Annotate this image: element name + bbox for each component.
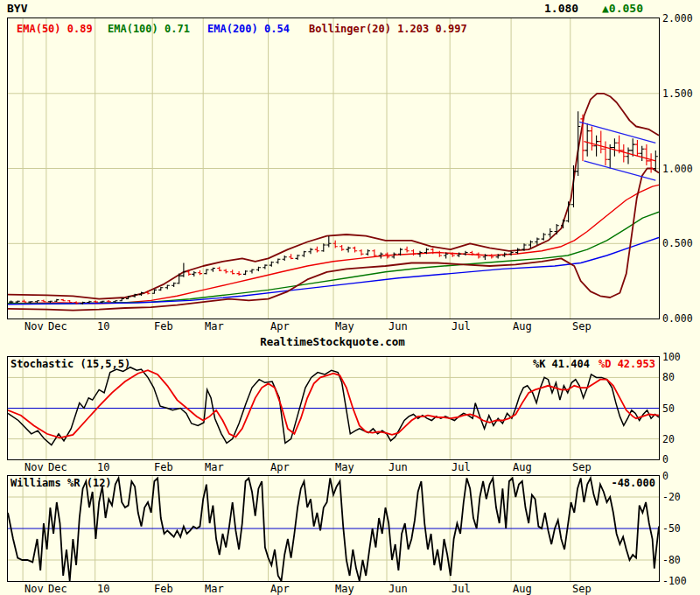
x-tick-label: Nov	[24, 320, 44, 332]
stochastic-panel: Stochastic (15,5,5) %K 41.404%D 42.953	[7, 356, 660, 460]
x-tick-label: Nov	[24, 461, 44, 473]
williams-x-axis: NovDec10FebMarAprMayJunJulAugSep	[7, 583, 662, 595]
x-tick-label: Dec	[48, 320, 67, 332]
x-tick-label: 10	[97, 583, 109, 595]
ticker-symbol: BYV	[7, 2, 27, 15]
x-tick-label: Apr	[270, 461, 290, 473]
price-chart-canvas	[8, 18, 659, 318]
x-tick-label: 10	[97, 320, 109, 332]
y-tick-label: 0	[662, 453, 668, 466]
price-x-axis: NovDec10FebMarAprMayJunJulAugSep	[7, 320, 662, 332]
y-tick-label: 80	[662, 371, 675, 383]
y-tick-label: 0	[662, 470, 668, 482]
stock-chart-page: BYV 1.080 ▲0.050 EMA(50) 0.89 EMA(100) 0…	[0, 0, 700, 595]
x-tick-label: Dec	[48, 583, 67, 595]
x-tick-label: May	[335, 461, 354, 473]
x-tick-label: Jul	[452, 583, 471, 595]
y-tick-label: -100	[662, 575, 687, 587]
x-tick-label: May	[335, 583, 354, 595]
y-tick-label: 50	[662, 402, 675, 415]
stochastic-canvas	[8, 357, 659, 459]
price-y-axis: 2.0001.5001.0000.5000.000	[662, 18, 699, 318]
x-tick-label: 10	[97, 461, 109, 473]
legend-ema200: EMA(200) 0.54	[207, 23, 290, 35]
stochastic-k-value: %K 41.404	[533, 358, 590, 370]
x-tick-label: Sep	[572, 583, 592, 595]
y-tick-label: -80	[662, 554, 681, 566]
stochastic-y-axis: 1008050200	[662, 356, 699, 458]
x-tick-label: Mar	[205, 583, 224, 595]
x-tick-label: Aug	[513, 583, 532, 595]
williams-r-value: -48.000	[611, 477, 655, 489]
x-tick-label: Dec	[48, 461, 67, 473]
williams-y-axis: 0-20-50-80-100	[662, 475, 699, 580]
legend-ema100: EMA(100) 0.71	[108, 23, 190, 35]
x-tick-label: Jun	[388, 320, 408, 332]
x-tick-label: Jul	[452, 320, 471, 332]
williams-panel: Williams %R (12) -48.000	[7, 475, 660, 582]
y-tick-label: 2.000	[662, 12, 693, 24]
watermark: RealtimeStockquote.com	[7, 335, 658, 348]
x-tick-label: Sep	[572, 461, 592, 473]
williams-title: Williams %R (12)	[10, 477, 112, 489]
legend-ema50: EMA(50) 0.89	[17, 23, 93, 35]
y-tick-label: 20	[662, 433, 675, 445]
x-tick-label: Mar	[205, 461, 224, 473]
stochastic-x-axis: NovDec10FebMarAprMayJunJulAugSep	[7, 461, 662, 473]
last-price: 1.080	[544, 2, 578, 15]
x-tick-label: Aug	[513, 320, 532, 332]
williams-canvas	[8, 476, 659, 581]
x-tick-label: Feb	[154, 583, 173, 595]
x-tick-label: Sep	[572, 320, 592, 332]
williams-values: -48.000	[611, 477, 655, 489]
stochastic-d-value: %D 42.953	[598, 358, 655, 370]
legend-bollinger: Bollinger(20) 1.203 0.997	[309, 23, 467, 35]
header-bar: BYV 1.080 ▲0.050	[0, 0, 700, 16]
stochastic-values: %K 41.404%D 42.953	[533, 358, 655, 370]
x-tick-label: Jul	[452, 461, 471, 473]
y-tick-label: 0.500	[662, 237, 693, 249]
y-tick-label: 1.000	[662, 163, 693, 175]
x-tick-label: Jun	[388, 583, 408, 595]
y-tick-label: 1.500	[662, 88, 693, 100]
x-tick-label: Nov	[24, 583, 44, 595]
price-change: ▲0.050	[602, 2, 643, 15]
y-tick-label: 100	[662, 351, 681, 363]
x-tick-label: Feb	[154, 461, 173, 473]
x-tick-label: Mar	[205, 320, 224, 332]
price-chart-panel: EMA(50) 0.89 EMA(100) 0.71 EMA(200) 0.54…	[7, 18, 660, 319]
y-tick-label: -20	[662, 491, 681, 503]
y-tick-label: 0.000	[662, 312, 693, 325]
x-tick-label: Feb	[154, 320, 173, 332]
x-tick-label: Jun	[388, 461, 408, 473]
stochastic-title: Stochastic (15,5,5)	[10, 358, 130, 370]
x-tick-label: May	[335, 320, 354, 332]
y-tick-label: -50	[662, 522, 681, 535]
x-tick-label: Apr	[270, 320, 290, 332]
x-tick-label: Aug	[513, 461, 532, 473]
x-tick-label: Apr	[270, 583, 290, 595]
